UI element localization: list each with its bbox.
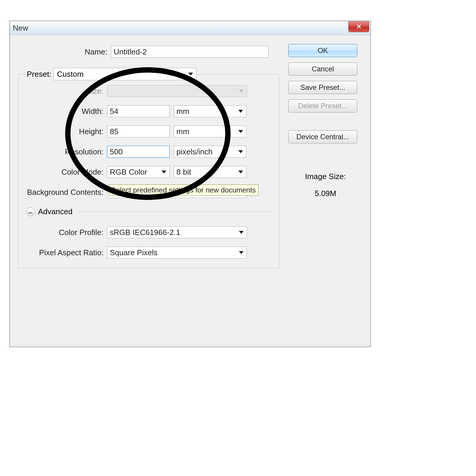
close-icon: ✕ [356, 23, 361, 31]
new-document-dialog: New ✕ Name: Preset: Custom [10, 21, 371, 347]
close-button[interactable]: ✕ [348, 21, 369, 32]
chevron-down-icon [238, 110, 243, 113]
resolution-unit-dropdown[interactable]: pixels/inch [174, 146, 246, 158]
titlebar: New ✕ [10, 21, 370, 35]
ok-button[interactable]: OK [288, 44, 357, 57]
width-unit-value: mm [176, 107, 189, 116]
advanced-toggle[interactable]: ︽ [26, 207, 35, 216]
height-unit-dropdown[interactable]: mm [174, 126, 246, 137]
divider [77, 212, 271, 212]
cancel-button[interactable]: Cancel [288, 62, 357, 76]
height-label: Height: [26, 127, 104, 136]
preset-dropdown[interactable]: Custom [54, 68, 196, 80]
color-depth-value: 8 bit [176, 167, 191, 177]
preset-tooltip: Select predefined settings for new docum… [109, 184, 259, 196]
double-chevron-up-icon: ︽ [28, 208, 33, 215]
width-input[interactable] [107, 105, 170, 117]
preset-label: Preset: [24, 70, 54, 79]
width-unit-dropdown[interactable]: mm [174, 105, 246, 117]
image-size-value: 5.09M [288, 189, 363, 198]
name-input[interactable] [111, 46, 269, 58]
delete-preset-button: Delete Preset... [288, 99, 357, 112]
chevron-down-icon [162, 170, 166, 173]
chevron-down-icon [188, 73, 193, 76]
height-input[interactable] [107, 126, 170, 137]
image-size-label: Image Size: [288, 172, 363, 181]
chevron-down-icon [238, 170, 243, 173]
color-profile-dropdown[interactable]: sRGB IEC61966-2.1 [107, 226, 247, 238]
window-title: New [13, 24, 28, 33]
background-label: Background Contents: [26, 188, 104, 197]
color-depth-dropdown[interactable]: 8 bit [174, 166, 246, 178]
advanced-label: Advanced [38, 207, 73, 216]
preset-value: Custom [57, 70, 84, 79]
chevron-down-icon [239, 231, 244, 234]
resolution-unit-value: pixels/inch [176, 147, 212, 156]
pixel-aspect-dropdown[interactable]: Square Pixels [107, 247, 247, 259]
color-profile-label: Color Profile: [26, 228, 104, 237]
device-central-button[interactable]: Device Central... [288, 130, 357, 143]
chevron-down-icon [239, 251, 244, 254]
size-dropdown [107, 85, 247, 97]
color-mode-label: Color Mode: [26, 167, 104, 177]
pixel-aspect-label: Pixel Aspect Ratio: [26, 248, 104, 257]
resolution-input[interactable] [107, 146, 170, 158]
color-profile-value: sRGB IEC61966-2.1 [110, 228, 180, 237]
chevron-down-icon [239, 90, 244, 93]
pixel-aspect-value: Square Pixels [110, 248, 157, 257]
chevron-down-icon [238, 130, 243, 133]
name-label: Name: [18, 47, 107, 57]
color-mode-value: RGB Color [110, 167, 147, 177]
height-unit-value: mm [176, 127, 189, 136]
color-mode-dropdown[interactable]: RGB Color [107, 166, 170, 178]
size-label: Size: [26, 87, 104, 96]
resolution-label: Resolution: [26, 147, 104, 156]
width-label: Width: [26, 107, 104, 116]
save-preset-button[interactable]: Save Preset... [288, 81, 357, 94]
chevron-down-icon [238, 150, 243, 153]
